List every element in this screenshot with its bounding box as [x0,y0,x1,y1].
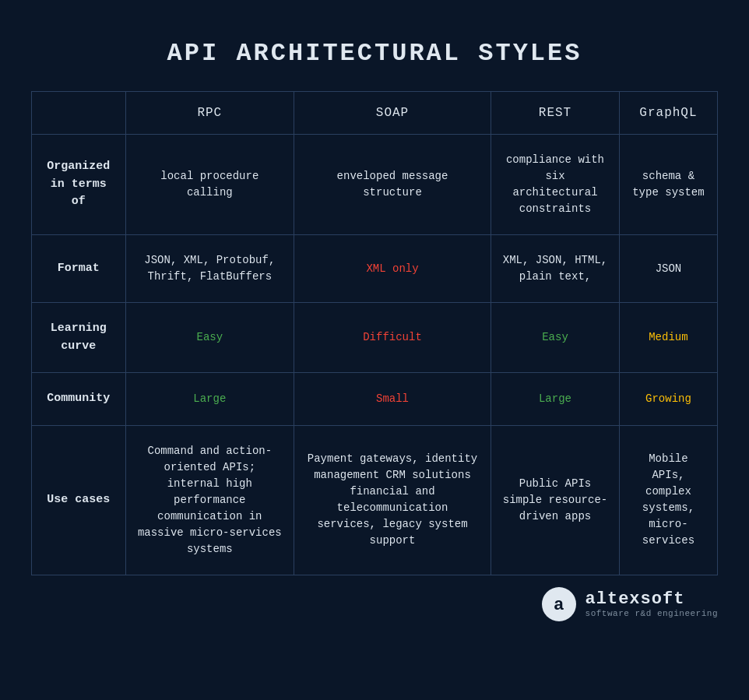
cell-rest-0: compliance with six architectural constr… [491,135,620,235]
comparison-table: RPC SOAP REST GraphQL Organized in terms… [32,92,717,575]
cell-soap-2: Difficult [294,303,491,373]
cell-rpc-3: Large [125,373,294,426]
cell-graphql-3: Growing [619,373,717,426]
table-row: FormatJSON, XML, Protobuf, Thrift, FlatB… [32,235,717,303]
cell-rpc-4: Command and action-oriented APIs; intern… [125,425,294,575]
cell-rest-3: Large [491,373,620,426]
row-label-2: Learning curve [32,303,125,373]
cell-graphql-1: JSON [619,235,717,303]
table-row: Use casesCommand and action-oriented API… [32,425,717,575]
cell-rest-2: Easy [491,303,620,373]
cell-rest-4: Public APIs simple resource-driven apps [491,425,620,575]
row-label-1: Format [32,235,125,303]
page-title: API ARCHITECTURAL STYLES [167,39,582,68]
table-row: CommunityLargeSmallLargeGrowing [32,373,717,426]
footer: a altexsoft software r&d engineering [31,575,718,625]
cell-graphql-2: Medium [619,303,717,373]
cell-rest-1: XML, JSON, HTML, plain text, [491,235,620,303]
cell-graphql-4: Mobile APIs, complex systems, micro-serv… [619,425,717,575]
header-rpc: RPC [125,92,294,135]
row-label-0: Organized in terms of [32,135,125,235]
header-row: RPC SOAP REST GraphQL [32,92,717,135]
cell-soap-3: Small [294,373,491,426]
main-container: API ARCHITECTURAL STYLES RPC SOAP REST G… [16,16,733,700]
header-rest: REST [491,92,620,135]
row-label-4: Use cases [32,425,125,575]
cell-rpc-2: Easy [125,303,294,373]
cell-rpc-0: local procedure calling [125,135,294,235]
header-soap: SOAP [294,92,491,135]
header-label-cell [32,92,125,135]
table-row: Organized in terms oflocal procedure cal… [32,135,717,235]
table-row: Learning curveEasyDifficultEasyMedium [32,303,717,373]
cell-soap-4: Payment gateways, identity management CR… [294,425,491,575]
comparison-table-wrapper: RPC SOAP REST GraphQL Organized in terms… [31,91,718,575]
row-label-3: Community [32,373,125,426]
header-graphql: GraphQL [619,92,717,135]
logo-text-group: altexsoft software r&d engineering [585,589,718,618]
brand-name: altexsoft [585,589,718,609]
brand-sub: software r&d engineering [585,609,718,618]
logo-icon: a [542,587,576,621]
cell-graphql-0: schema & type system [619,135,717,235]
cell-soap-0: enveloped message structure [294,135,491,235]
cell-soap-1: XML only [294,235,491,303]
cell-rpc-1: JSON, XML, Protobuf, Thrift, FlatBuffers [125,235,294,303]
